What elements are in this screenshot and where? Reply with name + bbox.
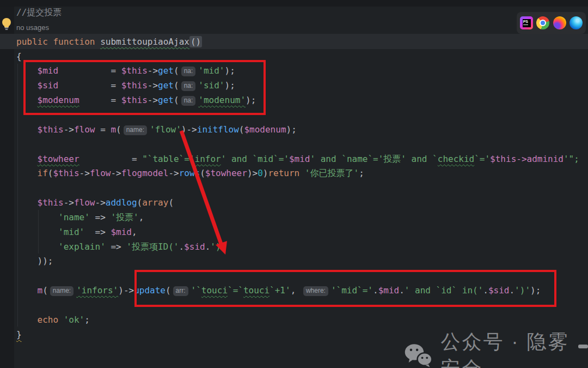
code-token: $sid xyxy=(184,242,205,252)
wechat-icon xyxy=(404,341,433,368)
code-token: ; xyxy=(84,315,90,325)
phpstorm-ps-badge: PS xyxy=(523,19,531,27)
code-token xyxy=(79,154,132,164)
inlay-hint[interactable]: name: xyxy=(50,286,74,296)
code-token: m xyxy=(38,285,43,295)
code-token: )); xyxy=(38,256,53,266)
code-token: if xyxy=(38,168,48,178)
code-editor[interactable]: //提交投票no usagespublic function submittou… xyxy=(0,0,588,368)
code-line[interactable]: $this->flow = m(name:'flow')->initflow($… xyxy=(16,122,297,137)
code-token: get xyxy=(158,95,174,105)
code-token: $towheer xyxy=(38,154,79,164)
code-line[interactable]: 'name' => '投票', xyxy=(16,210,144,225)
code-token: -> xyxy=(148,65,158,76)
code-token: '投票项ID(' xyxy=(126,242,179,252)
code-line[interactable]: 'mid' => $mid, xyxy=(16,225,137,239)
code-line[interactable]: $modenum = $this->get(na:'modenum'); xyxy=(16,93,256,107)
code-token: 'name' xyxy=(58,212,90,222)
code-token: get xyxy=(158,80,174,91)
code-token xyxy=(16,80,38,91)
inlay-hint[interactable]: na: xyxy=(181,81,196,91)
code-token: ( xyxy=(174,80,179,91)
code-token: -> xyxy=(95,197,106,208)
code-line[interactable]: $mid = $this->get(na:'mid'); xyxy=(16,63,235,78)
code-line[interactable]: m(name:'infors')->update(arr:'`touci`=`t… xyxy=(16,283,541,298)
code-token: )> xyxy=(247,168,258,178)
code-token: ); xyxy=(286,124,297,135)
code-token: get xyxy=(158,65,174,76)
code-token xyxy=(16,227,58,237)
code-token: m xyxy=(111,124,116,135)
inlay-hint[interactable]: na: xyxy=(181,67,196,76)
code-token: . xyxy=(483,285,488,295)
code-token: ); xyxy=(225,80,235,91)
code-token: ')' xyxy=(210,242,226,252)
code-line[interactable]: } xyxy=(16,327,22,342)
code-line[interactable]: 'explain' => '投票项ID('.$sid.')' xyxy=(16,239,226,254)
code-token: -> xyxy=(186,124,197,135)
code-line[interactable]: echo 'ok'; xyxy=(16,312,90,327)
code-token xyxy=(16,256,38,266)
chrome-icon[interactable] xyxy=(536,16,549,29)
code-token: ( xyxy=(116,124,121,135)
code-token: ); xyxy=(225,65,235,76)
code-token: = xyxy=(95,124,111,135)
code-token: , xyxy=(132,227,137,237)
code-token: ( xyxy=(48,168,53,178)
code-line[interactable]: $sid = $this->get(na:'sid'); xyxy=(16,78,235,93)
code-line[interactable]: { xyxy=(16,49,22,64)
comment-line[interactable]: //提交投票 xyxy=(16,5,62,20)
inlay-hint[interactable]: where: xyxy=(303,286,328,296)
code-token: ) xyxy=(263,168,268,178)
edge-icon[interactable] xyxy=(569,16,583,29)
code-token xyxy=(16,124,38,135)
code-token: . xyxy=(205,242,211,252)
code-token: $mid xyxy=(111,227,132,237)
code-token xyxy=(16,242,58,252)
code-token: return xyxy=(268,168,299,178)
code-token xyxy=(58,65,111,76)
code-token: 'explain' xyxy=(58,242,106,252)
code-token: 'sid' xyxy=(198,80,224,91)
code-token: '你已投票了' xyxy=(305,168,359,178)
phpstorm-icon[interactable]: PS xyxy=(520,16,533,29)
inlay-hint[interactable]: na: xyxy=(181,96,196,106)
function-signature-line[interactable]: public function submittoupiaoAjax() xyxy=(16,34,202,49)
code-line[interactable]: )); xyxy=(16,254,53,268)
code-line[interactable]: $this->flow->addlog(array( xyxy=(16,195,174,210)
firefox-icon[interactable] xyxy=(553,16,566,29)
code-token xyxy=(16,154,38,164)
code-token: flow xyxy=(74,197,95,208)
code-token: , xyxy=(139,212,144,222)
code-token: . xyxy=(509,285,514,295)
code-token: , xyxy=(291,285,301,295)
code-token: $sid xyxy=(38,80,59,91)
code-token: ( xyxy=(42,285,48,295)
code-token: touci xyxy=(201,285,228,295)
usages-hint[interactable]: no usages xyxy=(16,20,49,34)
code-token: submittoupiaoAjax xyxy=(100,37,189,47)
code-token: ); xyxy=(530,285,541,295)
code-token: initflow xyxy=(197,124,239,135)
inlay-hint[interactable]: arr: xyxy=(173,286,188,296)
code-token: '`mid`=' xyxy=(331,285,373,295)
code-token xyxy=(16,65,38,76)
code-token: "`table`=' xyxy=(142,154,194,164)
code-token xyxy=(16,168,38,178)
code-token: addlog xyxy=(106,197,137,208)
app-icons-panel: PS xyxy=(517,12,586,34)
code-token: $sid xyxy=(488,285,510,295)
code-token: $this xyxy=(121,95,148,105)
code-token: 'mid' xyxy=(198,65,224,76)
code-token: () xyxy=(189,36,202,47)
code-token: ( xyxy=(239,124,244,135)
inlay-hint[interactable]: name: xyxy=(124,125,147,135)
code-token: = xyxy=(132,154,142,164)
code-token: checkid xyxy=(438,154,474,164)
code-token: $this xyxy=(53,168,79,178)
code-token: '"; xyxy=(564,154,579,164)
code-token: { xyxy=(16,51,22,62)
code-line[interactable]: if($this->flow->flogmodel->rows($towheer… xyxy=(16,166,364,180)
code-line[interactable]: $towheer = "`table`='infor' and `mid`='$… xyxy=(16,152,579,166)
code-token xyxy=(58,80,111,91)
